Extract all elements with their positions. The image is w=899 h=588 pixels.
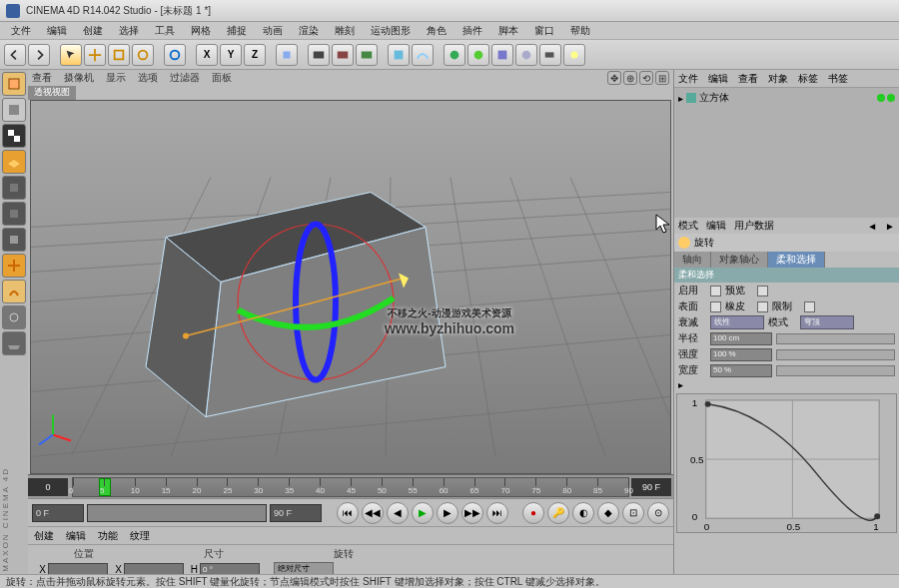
keyopt-4-button[interactable]: ⊙ — [647, 502, 669, 524]
redo-button[interactable] — [28, 44, 50, 66]
axis-mode-button[interactable] — [2, 254, 26, 278]
mtab-create[interactable]: 创建 — [34, 529, 54, 543]
rtab-view[interactable]: 查看 — [738, 72, 758, 86]
model-mode-button[interactable] — [2, 98, 26, 122]
prev-key-button[interactable]: ◀◀ — [362, 502, 384, 524]
scale-tool[interactable] — [108, 44, 130, 66]
menu-plugins[interactable]: 插件 — [455, 23, 489, 39]
tab-objaxis[interactable]: 对象轴心 — [711, 252, 768, 268]
menu-character[interactable]: 角色 — [420, 23, 453, 39]
add-primitive-button[interactable] — [388, 44, 410, 66]
vis-render-icon[interactable] — [887, 94, 895, 102]
workplane-lock-button[interactable] — [2, 331, 26, 355]
axis-x-button[interactable]: X — [196, 44, 218, 66]
attr-userdata[interactable]: 用户数据 — [734, 219, 774, 233]
mtab-texture[interactable]: 纹理 — [130, 529, 150, 543]
autokey-button[interactable]: 🔑 — [547, 502, 569, 524]
vtab-display[interactable]: 显示 — [106, 71, 126, 85]
texture-mode-button[interactable] — [2, 124, 26, 148]
expand-curve-icon[interactable]: ▸ — [678, 379, 683, 390]
keyopt-3-button[interactable]: ⊡ — [622, 502, 644, 524]
keyopt-2-button[interactable]: ◆ — [597, 502, 619, 524]
menu-create[interactable]: 创建 — [76, 23, 110, 39]
menu-mesh[interactable]: 网格 — [184, 23, 218, 39]
edge-mode-button[interactable] — [2, 202, 26, 226]
width-field[interactable]: 50 % — [710, 364, 772, 377]
goto-end-button[interactable]: ⏭ — [486, 502, 508, 524]
play-button[interactable]: ▶ — [412, 502, 434, 524]
strength-field[interactable]: 100 % — [710, 348, 772, 361]
add-generator-button[interactable] — [444, 44, 465, 66]
recent-tool[interactable] — [164, 44, 186, 66]
radius-slider[interactable] — [776, 333, 895, 344]
menu-sculpt[interactable]: 雕刻 — [328, 23, 362, 39]
frame-end-field[interactable]: 90 F — [270, 504, 322, 522]
prev-frame-button[interactable]: ◀ — [387, 502, 409, 524]
snap-button[interactable] — [2, 305, 26, 329]
timeline-ruler[interactable]: 051015202530354045505560657075808590 — [72, 477, 629, 497]
select-tool[interactable] — [60, 44, 82, 66]
chk-surface[interactable] — [710, 301, 721, 312]
render-settings-button[interactable] — [356, 44, 378, 66]
attr-mode[interactable]: 模式 — [678, 219, 698, 233]
axis-z-button[interactable]: Z — [244, 44, 266, 66]
menu-snap[interactable]: 捕捉 — [220, 23, 254, 39]
menu-file[interactable]: 文件 — [4, 23, 38, 39]
falloff-dropdown[interactable]: 线性 — [710, 315, 764, 329]
menu-select[interactable]: 选择 — [112, 23, 146, 39]
frame-scrub[interactable] — [87, 504, 267, 522]
rtab-file[interactable]: 文件 — [678, 72, 698, 86]
render-region-button[interactable] — [332, 44, 354, 66]
point-mode-button[interactable] — [2, 176, 26, 200]
width-slider[interactable] — [776, 365, 895, 376]
vtab-options[interactable]: 选项 — [138, 71, 158, 85]
menu-tools[interactable]: 工具 — [148, 23, 182, 39]
vtab-camera[interactable]: 摄像机 — [64, 71, 94, 85]
record-button[interactable]: ● — [522, 502, 544, 524]
menu-render[interactable]: 渲染 — [292, 23, 326, 39]
viewport[interactable] — [30, 100, 671, 474]
axis-y-button[interactable]: Y — [220, 44, 242, 66]
attr-nav-fwd-icon[interactable]: ► — [885, 221, 895, 232]
attr-edit[interactable]: 编辑 — [706, 219, 726, 233]
rtab-bookmarks[interactable]: 书签 — [828, 72, 848, 86]
next-key-button[interactable]: ▶▶ — [461, 502, 483, 524]
rtab-edit[interactable]: 编辑 — [708, 72, 728, 86]
expand-icon[interactable]: ▸ — [678, 93, 683, 104]
workplane-button[interactable] — [2, 150, 26, 174]
frame-start-field[interactable]: 0 F — [32, 504, 84, 522]
polygon-mode-button[interactable] — [2, 228, 26, 252]
mtab-func[interactable]: 功能 — [98, 529, 118, 543]
tab-softsel[interactable]: 柔和选择 — [768, 252, 825, 268]
chk-enable[interactable] — [710, 286, 721, 296]
strength-slider[interactable] — [776, 349, 895, 360]
radius-field[interactable]: 100 cm — [710, 332, 772, 345]
menu-edit[interactable]: 编辑 — [40, 23, 74, 39]
vis-editor-icon[interactable] — [877, 94, 885, 102]
vp-nav-3-icon[interactable]: ⟲ — [639, 71, 653, 85]
vp-nav-1-icon[interactable]: ✥ — [607, 71, 621, 85]
vtab-view[interactable]: 查看 — [32, 71, 52, 85]
rtab-tags[interactable]: 标签 — [798, 72, 818, 86]
add-deformer-button[interactable] — [491, 44, 513, 66]
object-item-cube[interactable]: ▸ 立方体 — [676, 90, 897, 106]
vp-nav-2-icon[interactable]: ⊕ — [623, 71, 637, 85]
next-frame-button[interactable]: ▶ — [437, 502, 458, 524]
menu-help[interactable]: 帮助 — [563, 23, 597, 39]
tweak-button[interactable] — [2, 280, 26, 303]
falloff-graph[interactable]: 1 0.5 0 0 0.5 1 — [676, 393, 897, 533]
tab-axis[interactable]: 轴向 — [674, 252, 711, 268]
chk-preview[interactable] — [757, 286, 768, 296]
menu-anim[interactable]: 动画 — [256, 23, 290, 39]
timeline-end[interactable]: 90 F — [631, 478, 671, 496]
add-modeling-button[interactable] — [467, 44, 489, 66]
timeline[interactable]: 0 051015202530354045505560657075808590 9… — [28, 474, 673, 498]
chk-limit[interactable] — [804, 301, 815, 312]
vtab-filter[interactable]: 过滤器 — [170, 71, 200, 85]
menu-mograph[interactable]: 运动图形 — [364, 23, 418, 39]
vp-nav-4-icon[interactable]: ⊞ — [655, 71, 669, 85]
keyopt-1-button[interactable]: ◐ — [572, 502, 594, 524]
add-camera-button[interactable] — [539, 44, 561, 66]
vtab-panel[interactable]: 面板 — [212, 71, 232, 85]
timeline-start[interactable]: 0 — [28, 478, 68, 496]
